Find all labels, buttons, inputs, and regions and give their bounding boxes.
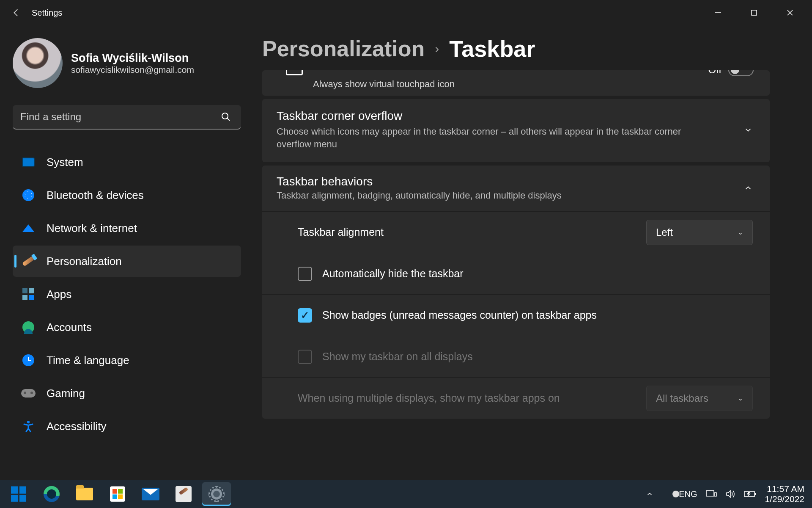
person-icon	[21, 320, 36, 334]
show-all-displays-row: Show my taskbar on all displays	[262, 336, 770, 377]
nav-label: System	[47, 156, 83, 169]
app-title: Settings	[32, 8, 62, 18]
edge-button[interactable]	[37, 482, 66, 506]
window-controls	[700, 1, 808, 25]
volume-icon[interactable]	[725, 489, 735, 499]
user-email: sofiawycislikwilson@gmail.com	[71, 65, 194, 75]
paint-button[interactable]	[169, 482, 198, 506]
nav-apps[interactable]: Apps	[13, 279, 241, 310]
language-indicator[interactable]: ENG	[679, 489, 697, 499]
sidebar: Sofia Wyciślik-Wilson sofiawycislikwilso…	[0, 25, 254, 480]
back-button[interactable]	[4, 1, 27, 25]
breadcrumb-parent[interactable]: Personalization	[262, 36, 425, 61]
nav-label: Network & internet	[47, 222, 137, 235]
search-input[interactable]	[13, 105, 241, 130]
close-button[interactable]	[772, 1, 808, 25]
close-icon	[787, 9, 793, 16]
section-description: Taskbar alignment, badging, automaticall…	[277, 190, 562, 201]
titlebar: Settings	[0, 0, 812, 25]
checkbox-disabled	[298, 350, 312, 364]
row-label: Automatically hide the taskbar	[322, 268, 464, 280]
nav-list: System Bluetooth & devices Network & int…	[13, 146, 241, 442]
nav-accounts[interactable]: Accounts	[13, 312, 241, 343]
checkbox-checked[interactable]: ✓	[298, 308, 312, 323]
nav-time-language[interactable]: Time & language	[13, 345, 241, 376]
arrow-left-icon	[11, 8, 21, 17]
nav-bluetooth[interactable]: Bluetooth & devices	[13, 179, 241, 211]
clock-time: 11:57 AM	[765, 484, 804, 494]
chevron-down-icon: ⌄	[738, 228, 743, 236]
clock[interactable]: 11:57 AM 1/29/2022	[765, 484, 808, 504]
row-label: Show my taskbar on all displays	[322, 351, 473, 363]
svg-rect-6	[714, 493, 716, 496]
svg-rect-5	[706, 491, 714, 496]
maximize-button[interactable]	[736, 1, 772, 25]
alignment-dropdown[interactable]: Left ⌄	[646, 220, 753, 245]
card-description: Choose which icons may appear in the tas…	[277, 125, 716, 150]
breadcrumb: Personalization › Taskbar	[262, 36, 787, 62]
wifi-icon	[21, 221, 36, 235]
svg-point-2	[222, 113, 228, 119]
toggle-label: Off	[708, 70, 721, 76]
nav-network[interactable]: Network & internet	[13, 213, 241, 244]
multi-display-dropdown: All taskbars ⌄	[646, 386, 753, 411]
store-button[interactable]	[103, 482, 132, 506]
svg-rect-8	[755, 493, 756, 495]
profile-block[interactable]: Sofia Wyciślik-Wilson sofiawycislikwilso…	[13, 38, 241, 88]
nav-label: Gaming	[47, 387, 85, 400]
tray-overflow-button[interactable]	[646, 490, 653, 498]
auto-hide-row[interactable]: Automatically hide the taskbar	[262, 253, 770, 294]
multi-display-apps-row: When using multiple displays, show my ta…	[262, 377, 770, 419]
settings-button[interactable]	[202, 482, 231, 506]
microsoft-store-icon	[110, 486, 125, 502]
clock-icon	[21, 353, 36, 367]
page-title: Taskbar	[449, 36, 535, 62]
user-name: Sofia Wyciślik-Wilson	[71, 52, 194, 65]
apps-icon	[21, 287, 36, 301]
nav-accessibility[interactable]: Accessibility	[13, 411, 241, 442]
taskbar: ENG 11:57 AM 1/29/2022	[0, 480, 812, 508]
row-label: Taskbar alignment	[298, 226, 384, 238]
bluetooth-icon	[21, 188, 36, 202]
svg-rect-1	[752, 10, 757, 15]
paint-icon	[176, 486, 192, 502]
taskbar-alignment-row: Taskbar alignment Left ⌄	[262, 211, 770, 253]
taskbar-behaviors-section: Taskbar behaviors Taskbar alignment, bad…	[262, 166, 770, 419]
system-icon	[21, 155, 36, 169]
start-button[interactable]	[4, 482, 33, 506]
system-tray: ENG 11:57 AM 1/29/2022	[646, 484, 808, 504]
settings-window: Settings Sofia Wyciślik-Wilson sofiawyci…	[0, 0, 812, 480]
touchpad-icon	[286, 70, 303, 75]
nav-label: Accessibility	[47, 420, 107, 433]
mail-button[interactable]	[136, 482, 165, 506]
network-icon[interactable]	[706, 489, 717, 499]
explorer-button[interactable]	[70, 482, 99, 506]
maximize-icon	[751, 9, 757, 16]
mail-icon	[142, 488, 159, 500]
main-content: Personalization › Taskbar Always show vi…	[254, 25, 812, 480]
nav-label: Bluetooth & devices	[47, 189, 144, 202]
gamepad-icon	[21, 386, 36, 400]
virtual-touchpad-row[interactable]: Always show virtual touchpad icon Off	[262, 70, 770, 96]
windows-logo-icon	[11, 486, 26, 502]
brush-icon	[21, 254, 36, 268]
chevron-down-icon	[743, 125, 753, 135]
row-label: When using multiple displays, show my ta…	[298, 392, 560, 404]
nav-label: Personalization	[47, 255, 122, 268]
card-title: Taskbar corner overflow	[277, 109, 716, 123]
nav-system[interactable]: System	[13, 146, 241, 178]
section-header[interactable]: Taskbar behaviors Taskbar alignment, bad…	[262, 166, 770, 211]
nav-gaming[interactable]: Gaming	[13, 378, 241, 409]
clock-date: 1/29/2022	[765, 494, 804, 504]
chevron-down-icon: ⌄	[738, 394, 743, 402]
taskbar-corner-overflow-card[interactable]: Taskbar corner overflow Choose which ico…	[262, 99, 770, 162]
battery-icon[interactable]	[744, 490, 757, 498]
minimize-button[interactable]	[700, 1, 736, 25]
toggle-switch[interactable]	[728, 70, 754, 76]
nav-label: Accounts	[47, 321, 92, 334]
nav-label: Apps	[47, 288, 71, 301]
row-description: Always show virtual touchpad icon	[313, 79, 455, 90]
checkbox-unchecked[interactable]	[298, 267, 312, 281]
nav-personalization[interactable]: Personalization	[13, 246, 241, 277]
show-badges-row[interactable]: ✓ Show badges (unread messages counter) …	[262, 294, 770, 336]
